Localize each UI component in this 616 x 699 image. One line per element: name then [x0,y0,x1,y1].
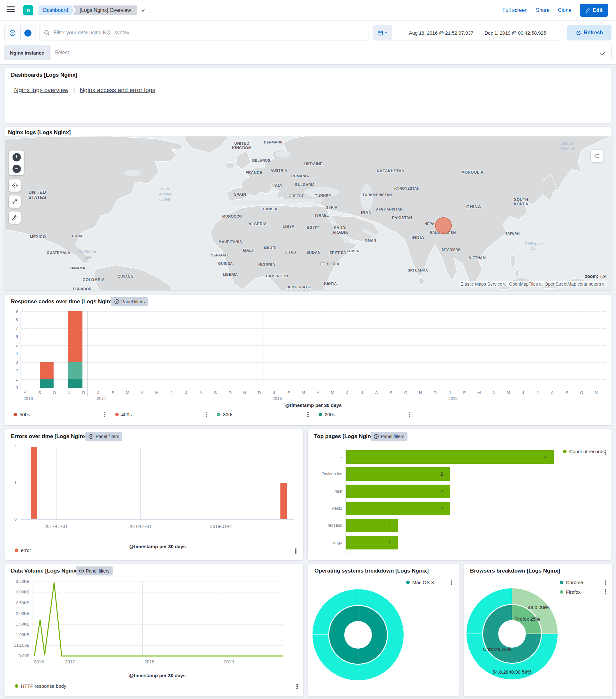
legend-options-icon[interactable] [295,683,299,690]
edit-button[interactable]: Edit [580,4,608,17]
legend-item[interactable]: Firefox [560,589,581,595]
page-bar[interactable] [346,467,450,481]
legend-options-icon[interactable] [306,411,310,418]
date-to[interactable]: Dec 1, 2019 @ 00:42:58.925 [484,30,546,36]
panel-errors-over-time: Errors over time [Logs Nginx] Panel filt… [4,430,303,560]
refresh-button[interactable]: Refresh [567,25,612,40]
refresh-icon [576,30,581,36]
x-axis-year: 2016 [24,396,33,401]
kql-search-input[interactable] [53,29,364,36]
gridline [32,592,283,592]
legend-item[interactable]: 400s [115,412,132,417]
chevron-down-icon[interactable] [600,50,605,55]
legend-item[interactable]: Chrome [560,580,583,585]
world-map[interactable]: UNITED STATESMEXICOCUBAGUATEMALAPANAMACO… [4,136,612,290]
chart-legend: Mac OS X [406,579,453,586]
date-range-picker[interactable]: Aug 18, 2016 @ 21:52:07.937 → Dec 1, 201… [373,25,563,40]
error-bar[interactable] [31,447,37,519]
x-axis-tick: D [82,390,85,395]
x-axis-title: @timestamp per 30 days [129,673,185,678]
legend-options-icon[interactable] [604,449,607,456]
legend-item[interactable]: HTTP response body [15,683,66,689]
y-axis-tick: 2 [0,444,17,449]
gridline [21,320,606,320]
nginx-instance-select[interactable]: Nginx instance Select... [4,45,612,60]
set-view-button[interactable] [9,180,21,192]
page-bar[interactable] [346,450,554,464]
response-codes-chart[interactable]: 0123456789ASONDJFMAMJJASONDJFMAMJJASONDJ… [4,295,612,425]
legend-dot [560,581,563,584]
country-label: ROMANIA [291,174,309,178]
map-zoom-level: zoom: 1.9 [585,274,606,279]
share-link[interactable]: Share [536,8,550,13]
link-nginx-access-error-logs[interactable]: Nginx access and error logs [80,87,155,93]
layers-panel-toggle[interactable] [591,150,603,162]
country-label: PAKISTAN [392,216,412,221]
country-label: ISRAEL [315,213,329,217]
error-bar[interactable] [280,483,287,519]
attribution-link[interactable]: Elastic Maps Service [461,281,503,287]
kql-search-bar[interactable] [39,25,369,40]
geo-point-marker[interactable] [435,217,452,234]
country-label: COLOMBIA [83,278,105,282]
x-axis-tick: M [478,390,481,395]
legend-options-icon[interactable] [408,411,411,418]
country-label: SOUTH KOREA [514,198,528,207]
panel-browsers-breakdown: Browsers breakdown [Logs Nginx] 49.0. 25… [464,564,612,696]
legend-item[interactable]: 300s [217,412,233,417]
breadcrumb: Dashboard [Logs Nginx] Overview ✓ [39,5,146,15]
page-bar[interactable] [346,502,450,515]
legend-options-icon[interactable] [103,411,106,418]
legend-item[interactable]: 200s [319,412,335,417]
legend-label: Chrome [566,580,583,585]
zoom-in-button[interactable]: + [13,153,21,161]
x-axis-tick: M [126,390,129,395]
draw-tools-button[interactable] [9,211,21,224]
stacked-bar-segment[interactable] [68,379,82,388]
attribution-link[interactable]: OpenStreetMap contributors [545,281,601,287]
date-from[interactable]: Aug 18, 2016 @ 21:52:07.937 [409,30,473,36]
stacked-bar-segment[interactable] [40,379,54,388]
legend-options-icon[interactable] [205,411,208,418]
legend-item[interactable]: 500s [13,412,30,417]
breadcrumb-dashboard[interactable]: Dashboard [39,5,75,15]
filter-icon[interactable] [5,25,21,41]
errors-chart[interactable]: 0122017-01-012018-01-012019-01-01@timest… [4,430,303,560]
add-filter-button[interactable]: + [21,25,36,41]
zoom-out-button[interactable]: − [13,164,21,173]
legend-options-icon[interactable] [450,579,453,586]
stacked-bar-segment[interactable] [40,362,54,379]
stacked-bar-segment[interactable] [68,362,82,379]
gridline [32,645,283,646]
attribution-link[interactable]: OpenMapTiles [509,281,538,287]
donut-segment-label: 49.0. 25% [528,604,550,610]
full-screen-link[interactable]: Full screen [503,8,527,13]
browsers-breakdown-donut[interactable]: 49.0. 25%54.0.2840.98 50%Firefox 25%Chro… [464,564,612,696]
year-gridline [56,447,56,519]
top-navigation-bar: D Dashboard [Logs Nginx] Overview ✓ Full… [0,0,616,21]
link-nginx-logs-overview[interactable]: Nginx logs overview [14,87,68,93]
country-label: MEXICO [30,235,46,239]
donut-segment-label: Chrome 75% [483,646,511,652]
legend-options-icon[interactable] [294,548,297,555]
y-axis-tick: 1.50KB [0,622,29,627]
country-label: KAZAKHSTAN [377,169,404,174]
x-axis-tick: A [375,390,378,395]
fit-to-data-button[interactable] [9,196,21,208]
y-axis-tick: 0.00B [0,654,29,658]
legend-item[interactable]: error [15,548,31,553]
avatar[interactable]: D [23,5,34,15]
data-volume-chart[interactable]: 0.00B512.00B1.00KB1.50KB2.00KB2.50KB3.00… [4,564,303,696]
legend-options-icon[interactable] [604,579,607,586]
stacked-bar-segment[interactable] [68,311,82,362]
menu-icon[interactable] [7,6,15,13]
legend-item[interactable]: Mac OS X [406,580,434,585]
legend-options-icon[interactable] [604,588,607,595]
page-bar[interactable] [346,485,450,498]
os-breakdown-donut[interactable]: Mac OS X [308,564,459,696]
clone-link[interactable]: Clone [558,8,572,13]
top-pages-chart[interactable]: /4/favicon.ico2/test2/test12/adsasd1/tag… [308,430,612,560]
legend-item[interactable]: Count of records [563,449,605,454]
panel-dashboards-links: Dashboards [Logs Nginx] Nginx logs overv… [4,68,612,123]
calendar-dropdown[interactable] [373,25,392,40]
